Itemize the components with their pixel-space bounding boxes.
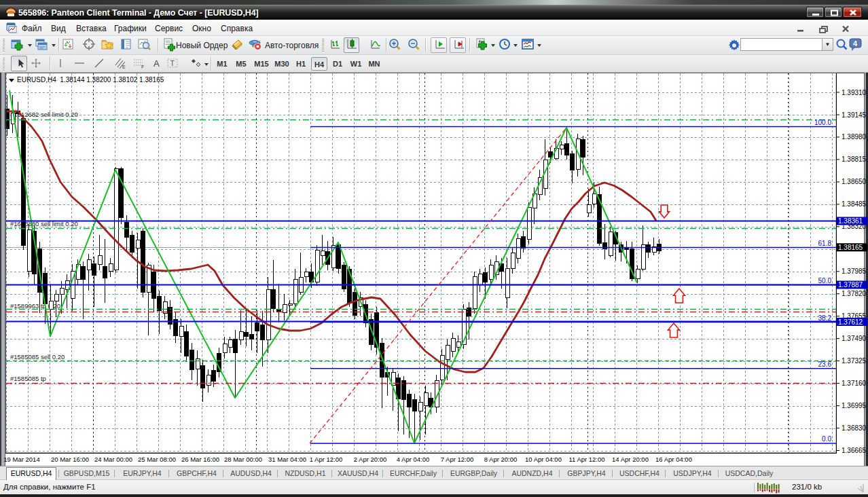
svg-text:8 Apr 20:00: 8 Apr 20:00 [484, 456, 518, 463]
svg-text:1.39310: 1.39310 [842, 89, 867, 96]
svg-text:31 Mar 04:00: 31 Mar 04:00 [268, 456, 306, 463]
svg-text:19 Mar 2014: 19 Mar 2014 [3, 456, 39, 463]
svg-text:#1585085 sell 0.20: #1585085 sell 0.20 [10, 353, 65, 361]
svg-text:EURUSD,H4 1.38144 1.38200 1.3: EURUSD,H4 1.38144 1.38200 1.38102 1.3816… [17, 76, 164, 84]
svg-text:100.0: 100.0 [814, 119, 831, 126]
svg-text:16 Apr 04:00: 16 Apr 04:00 [655, 456, 692, 463]
svg-text:1.37612: 1.37612 [838, 318, 863, 326]
svg-text:1.37820: 1.37820 [842, 290, 867, 297]
svg-text:1.37887: 1.37887 [838, 281, 863, 289]
svg-text:50.0: 50.0 [818, 277, 832, 284]
svg-text:11 Apr 12:00: 11 Apr 12:00 [568, 456, 604, 463]
svg-text:1.38361: 1.38361 [838, 217, 863, 225]
svg-text:1.38980: 1.38980 [842, 133, 867, 141]
svg-text:1.37985: 1.37985 [842, 268, 867, 275]
svg-text:1 Apr 12:00: 1 Apr 12:00 [310, 456, 343, 463]
svg-text:1.36830: 1.36830 [842, 424, 867, 432]
svg-text:1.36665: 1.36665 [842, 447, 867, 454]
svg-text:20 Mar 16:00: 20 Mar 16:00 [51, 456, 89, 463]
svg-text:1.38815: 1.38815 [842, 155, 867, 163]
svg-text:61.8: 61.8 [818, 240, 832, 247]
svg-text:#1585085 tp: #1585085 tp [10, 375, 46, 382]
svg-text:1.37490: 1.37490 [842, 335, 867, 342]
svg-text:1.39145: 1.39145 [842, 111, 867, 119]
svg-text:24 Mar 00:00: 24 Mar 00:00 [94, 456, 132, 463]
svg-text:7 Apr 12:00: 7 Apr 12:00 [441, 456, 474, 463]
svg-text:A: A [153, 58, 160, 69]
svg-text:1.38485: 1.38485 [842, 200, 867, 208]
svg-text:T: T [170, 59, 175, 67]
svg-text:23.6: 23.6 [818, 361, 832, 368]
svg-text:4 Apr 04:00: 4 Apr 04:00 [397, 456, 430, 463]
svg-text:E: E [122, 65, 126, 69]
svg-text:F: F [141, 65, 144, 69]
svg-text:4: 4 [853, 39, 858, 48]
svg-text:2 Apr 20:00: 2 Apr 20:00 [354, 456, 387, 463]
svg-text:0.0: 0.0 [822, 435, 831, 443]
svg-text:25 Mar 08:00: 25 Mar 08:00 [138, 456, 176, 463]
svg-text:38.2: 38.2 [818, 314, 832, 322]
svg-text:1.38650: 1.38650 [842, 178, 867, 185]
svg-text:28 Mar 00:00: 28 Mar 00:00 [224, 456, 262, 463]
svg-text:10 Apr 04:00: 10 Apr 04:00 [525, 456, 562, 463]
svg-text:1.36995: 1.36995 [842, 402, 867, 409]
svg-text:1.38165: 1.38165 [838, 244, 863, 251]
svg-text:1.37325: 1.37325 [842, 357, 867, 365]
svg-text:1.37160: 1.37160 [842, 380, 867, 387]
svg-text:14 Apr 20:00: 14 Apr 20:00 [612, 456, 649, 463]
svg-text:26 Mar 16:00: 26 Mar 16:00 [181, 456, 219, 463]
